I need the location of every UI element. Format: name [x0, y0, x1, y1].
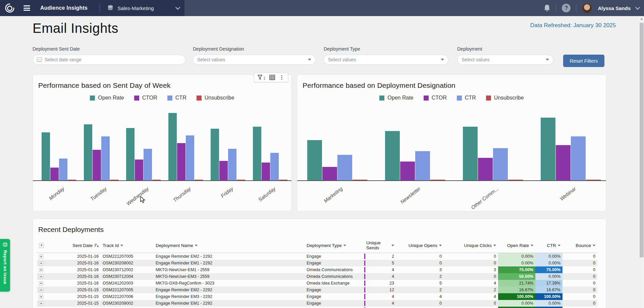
bar-open-rate[interactable] [385, 131, 400, 180]
legend-item-ctor[interactable]: CTOR [424, 95, 447, 101]
cell-value: 0 [593, 281, 595, 286]
scrollbar-up-arrow[interactable] [640, 18, 643, 20]
column-header-deployment_name[interactable]: Deployment Name [154, 243, 305, 248]
bar-ctr[interactable] [270, 153, 279, 180]
bar-ctr[interactable] [59, 159, 67, 180]
column-menu-caret-icon[interactable] [343, 245, 346, 246]
scrollbar-thumb[interactable] [640, 23, 644, 257]
expand-row-button[interactable]: + [39, 288, 43, 292]
bar-open-rate[interactable] [307, 140, 322, 180]
expand-row-button[interactable]: + [39, 261, 43, 265]
workspace-selector[interactable]: Sales-Marketing [107, 5, 179, 11]
column-header-track_id[interactable]: Track Id [101, 243, 154, 248]
bar-open-rate[interactable] [253, 127, 261, 180]
bar-open-rate[interactable] [42, 132, 50, 180]
cell-value: 0 [593, 267, 595, 272]
bar-ctor[interactable] [135, 160, 143, 180]
expand-row-button[interactable]: + [39, 301, 43, 306]
bar-ctr[interactable] [186, 135, 194, 180]
legend-item-open-rate[interactable]: Open Rate [90, 95, 124, 101]
bar-ctr[interactable] [493, 148, 508, 180]
column-menu-caret-icon[interactable] [439, 245, 442, 246]
sort-icon[interactable] [94, 243, 99, 248]
expand-all-button[interactable]: + [39, 243, 44, 248]
bar-open-rate[interactable] [168, 113, 177, 180]
expand-row-button[interactable]: + [39, 268, 43, 272]
column-header-ctr[interactable]: CTR [535, 243, 562, 248]
page-scrollbar[interactable] [639, 16, 644, 308]
bar-unsubscribe[interactable] [110, 180, 118, 180]
bar-ctr[interactable] [144, 149, 152, 180]
bar-open-rate[interactable] [84, 124, 92, 180]
column-menu-caret-icon[interactable] [531, 245, 533, 246]
column-header-unique_sends[interactable]: Unique Sends [364, 240, 396, 250]
legend-item-open-rate[interactable]: Open Rate [379, 95, 413, 101]
bar-unsubscribe[interactable] [237, 180, 245, 180]
expand-row-button[interactable]: + [39, 295, 43, 299]
bar-ctor[interactable] [93, 150, 101, 180]
kebab-menu-icon[interactable]: ⋮ [279, 75, 284, 80]
legend-item-unsubscribe[interactable]: Unsubscribe [486, 95, 524, 101]
column-menu-caret-icon[interactable] [195, 245, 198, 246]
column-menu-caret-icon[interactable] [593, 245, 595, 246]
bar-ctr[interactable] [101, 136, 110, 180]
bar-ctor[interactable] [478, 158, 493, 180]
filter-input[interactable]: Select date range [33, 55, 185, 65]
column-menu-caret-icon[interactable] [558, 245, 560, 246]
bar-ctr[interactable] [228, 149, 236, 180]
bar-ctr[interactable] [337, 155, 352, 180]
bar-open-rate[interactable] [126, 128, 135, 180]
legend-item-ctor[interactable]: CTOR [134, 95, 157, 101]
expand-row-button[interactable]: + [39, 254, 43, 259]
bar-unsubscribe[interactable] [353, 180, 367, 180]
bar-unsubscribe[interactable] [279, 180, 287, 180]
column-menu-caret-icon[interactable] [493, 245, 496, 246]
expand-row-button[interactable]: + [39, 281, 43, 286]
column-header-unique_clicks[interactable]: Unique Clicks [444, 243, 498, 248]
column-header-expander[interactable]: + [37, 243, 47, 248]
bar-open-rate[interactable] [463, 127, 478, 180]
bar-unsubscribe[interactable] [68, 180, 76, 180]
user-avatar[interactable] [582, 3, 592, 13]
bar-unsubscribe[interactable] [430, 180, 445, 180]
bar-open-rate[interactable] [211, 129, 219, 180]
column-header-bounce[interactable]: Bounce [562, 243, 597, 248]
column-header-sent_date[interactable]: Sent Date [47, 243, 101, 248]
legend-item-ctr[interactable]: CTR [167, 95, 186, 101]
bar-open-rate[interactable] [541, 118, 555, 180]
legend-item-unsubscribe[interactable]: Unsubscribe [197, 95, 234, 101]
omeda-logo-icon[interactable] [5, 3, 15, 13]
legend-item-ctr[interactable]: CTR [457, 95, 476, 101]
column-menu-caret-icon[interactable] [391, 245, 394, 246]
column-header-unique_opens[interactable]: Unique Opens [396, 243, 444, 248]
bar-ctor[interactable] [262, 163, 270, 180]
table-icon[interactable] [269, 75, 275, 80]
report-issue-button[interactable]: Report an Issue [0, 239, 10, 292]
expand-row-button[interactable]: + [39, 274, 43, 279]
column-header-open_rate[interactable]: Open Rate [498, 243, 535, 248]
menu-hamburger-icon[interactable] [23, 5, 30, 11]
column-header-deployment_type[interactable]: Deployment Type [305, 243, 364, 248]
help-icon[interactable]: ? [562, 4, 571, 12]
bar-unsubscribe[interactable] [586, 180, 601, 180]
filter-icon[interactable]: 1 [258, 75, 265, 80]
user-menu-chevron-icon[interactable] [635, 5, 640, 10]
column-menu-caret-icon[interactable] [120, 245, 123, 246]
bar-ctor[interactable] [177, 143, 185, 180]
bar-unsubscribe[interactable] [508, 180, 523, 180]
bar-ctor[interactable] [556, 145, 571, 180]
bar-ctr[interactable] [571, 136, 586, 180]
bar-ctr[interactable] [415, 151, 430, 180]
bar-ctor[interactable] [322, 167, 337, 180]
bar-ctor[interactable] [400, 162, 415, 180]
filter-input[interactable]: Select values [324, 55, 448, 65]
bar-ctor[interactable] [50, 168, 59, 180]
cell-open_rate: 0.00% [498, 253, 535, 260]
notifications-bell-icon[interactable] [543, 4, 551, 12]
reset-filters-button[interactable]: Reset Filters [563, 55, 604, 67]
filter-input[interactable]: Select values [193, 55, 316, 65]
bar-unsubscribe[interactable] [195, 180, 203, 180]
filter-input[interactable]: Select values [457, 55, 553, 65]
bar-ctor[interactable] [219, 161, 228, 180]
bar-unsubscribe[interactable] [152, 180, 161, 180]
